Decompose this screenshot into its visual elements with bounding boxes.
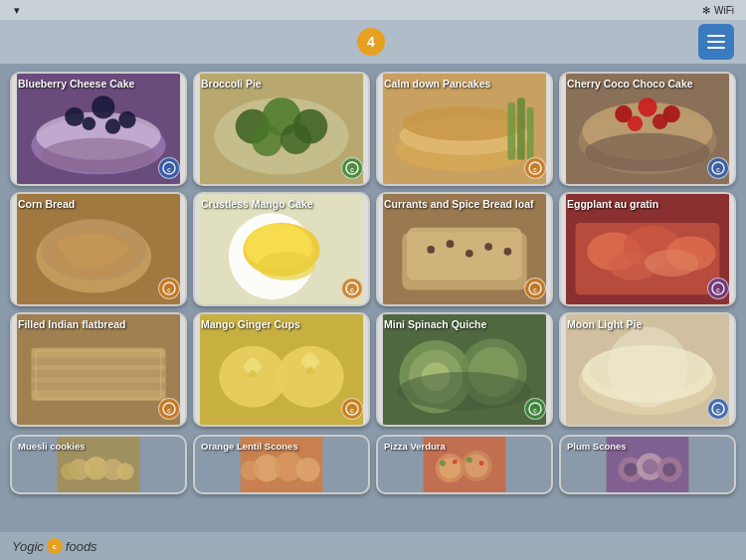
recipe-title: Broccoli Pie — [201, 78, 362, 91]
svg-rect-26 — [527, 107, 534, 160]
svg-point-60 — [504, 248, 512, 256]
svg-text:c: c — [716, 166, 720, 173]
svg-point-126 — [643, 459, 658, 474]
logo-icon: 4 — [357, 28, 385, 56]
svg-point-6 — [83, 116, 96, 130]
svg-point-8 — [41, 138, 156, 173]
recipe-title: Orange Lentil Scones — [201, 441, 362, 452]
recipe-card[interactable]: Blueberry Cheese Cake c — [10, 72, 187, 186]
recipe-title: Corn Bread — [18, 198, 179, 211]
recipe-title: Mini Spinach Quiche — [384, 318, 545, 331]
header: 4 — [0, 20, 746, 64]
recipe-badge: c — [341, 278, 363, 299]
recipe-card[interactable]: Filled Indian flatbread c — [10, 312, 187, 427]
svg-point-56 — [427, 246, 435, 254]
svg-text:c: c — [167, 166, 171, 173]
svg-point-81 — [219, 346, 286, 408]
bottom-logo: Yogic c foods — [12, 538, 97, 554]
recipe-card-partial[interactable]: Plum Scones — [559, 435, 736, 494]
svg-point-43 — [49, 231, 135, 277]
bottom-logo-suffix: foods — [66, 539, 97, 554]
svg-text:c: c — [716, 407, 720, 414]
recipe-title: Pizza Verdura — [384, 441, 545, 452]
bottom-bar: Yogic c foods — [0, 532, 746, 560]
svg-rect-24 — [507, 102, 515, 160]
svg-point-117 — [440, 461, 446, 467]
svg-point-5 — [118, 111, 135, 128]
svg-point-59 — [484, 243, 492, 251]
svg-rect-77 — [36, 351, 160, 399]
svg-text:c: c — [533, 166, 537, 173]
bottom-logo-icon: c — [47, 538, 63, 554]
menu-button[interactable] — [698, 24, 734, 60]
recipe-card-partial[interactable]: Muesli cookies — [10, 435, 187, 494]
recipe-grid: Blueberry Cheese Cake c Broccoli Pie c — [0, 64, 746, 435]
recipe-badge: c — [158, 157, 180, 179]
recipe-title: Moon Light Pie — [567, 318, 728, 331]
svg-text:c: c — [533, 407, 537, 414]
svg-text:c: c — [350, 166, 354, 173]
recipe-card[interactable]: Cherry Coco Choco Cake c — [559, 72, 736, 186]
recipe-title: Calm down Pancakes — [384, 78, 545, 91]
svg-point-17 — [280, 123, 311, 154]
svg-point-125 — [624, 463, 638, 476]
app-logo: 4 — [357, 28, 389, 56]
recipe-card[interactable]: Crustless Mango Cake c — [193, 192, 370, 306]
svg-point-110 — [296, 458, 320, 481]
bottom-logo-text: Yogic — [12, 539, 44, 554]
recipe-badge: c — [707, 398, 729, 420]
svg-text:c: c — [167, 407, 171, 414]
recipe-card[interactable]: Currants and Spice Bread loaf c — [376, 192, 553, 306]
recipe-card[interactable]: Mini Spinach Quiche c — [376, 312, 553, 427]
svg-point-91 — [397, 372, 531, 411]
recipe-badge: c — [524, 157, 546, 179]
recipe-badge: c — [524, 278, 546, 299]
svg-point-58 — [466, 250, 473, 258]
svg-point-37 — [585, 133, 709, 172]
recipe-card-partial[interactable]: Pizza Verdura — [376, 435, 553, 494]
recipe-card[interactable]: Mango Ginger Cups c — [193, 312, 370, 427]
recipe-card[interactable]: Corn Bread c — [10, 192, 187, 306]
svg-point-118 — [453, 460, 458, 465]
svg-point-111 — [241, 461, 260, 479]
recipe-card[interactable]: Eggplant au gratin c — [559, 192, 736, 306]
recipe-badge: c — [707, 278, 729, 299]
svg-point-119 — [466, 457, 472, 463]
recipe-badge: c — [341, 398, 363, 420]
svg-point-7 — [105, 118, 120, 133]
svg-point-57 — [447, 240, 455, 248]
status-bar: ▾ ✻ WiFi — [0, 0, 746, 20]
recipe-badge: c — [158, 398, 180, 420]
recipe-title: Mango Ginger Cups — [201, 318, 362, 331]
recipe-title: Currants and Spice Bread loaf — [384, 198, 545, 211]
svg-point-105 — [116, 463, 134, 480]
status-right: ✻ WiFi — [702, 5, 738, 16]
wifi-signal-icon: WiFi — [714, 5, 734, 16]
svg-point-35 — [628, 115, 643, 130]
recipe-title: Crustless Mango Cake — [201, 198, 362, 211]
recipe-grid-partial: Muesli cookies Orange Lentil Scones Pizz… — [0, 435, 746, 494]
svg-rect-25 — [517, 97, 525, 160]
svg-point-127 — [662, 463, 676, 476]
recipe-card[interactable]: Moon Light Pie c — [559, 312, 736, 427]
recipe-title: Cherry Coco Choco Cake — [567, 78, 728, 91]
svg-point-33 — [638, 97, 656, 116]
recipe-card-partial[interactable]: Orange Lentil Scones — [193, 435, 370, 494]
hamburger-icon — [707, 35, 725, 49]
svg-text:c: c — [533, 286, 537, 293]
recipe-badge: c — [524, 398, 546, 420]
recipe-title: Plum Scones — [567, 441, 728, 452]
svg-point-120 — [479, 461, 484, 466]
svg-point-3 — [65, 107, 84, 126]
svg-point-98 — [607, 327, 687, 408]
recipe-card[interactable]: Calm down Pancakes c — [376, 72, 553, 186]
recipe-badge: c — [341, 157, 363, 179]
svg-point-69 — [645, 250, 698, 277]
svg-text:c: c — [167, 286, 171, 293]
bluetooth-icon: ✻ — [702, 5, 710, 16]
recipe-badge: c — [707, 157, 729, 179]
svg-text:c: c — [350, 407, 354, 414]
recipe-card[interactable]: Broccoli Pie c — [193, 72, 370, 186]
svg-point-16 — [252, 125, 282, 156]
recipe-title: Eggplant au gratin — [567, 198, 728, 211]
